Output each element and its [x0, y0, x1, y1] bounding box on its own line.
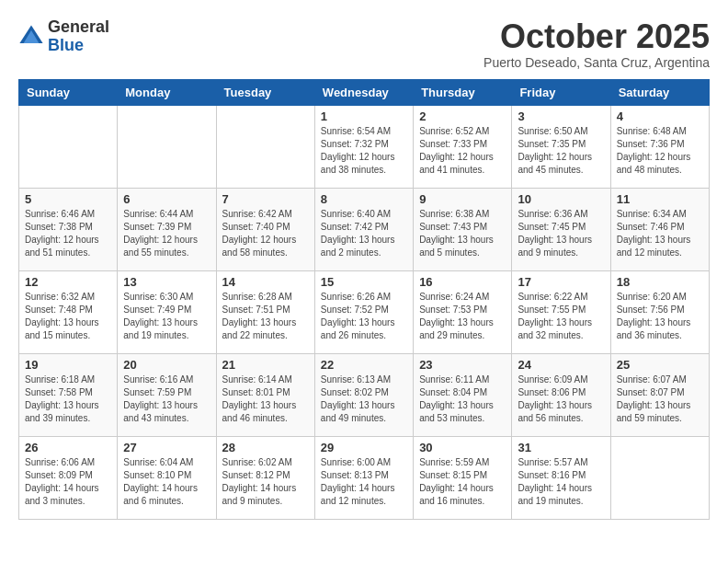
day-number: 15: [321, 275, 407, 289]
calendar-day-cell: 28Sunrise: 6:02 AM Sunset: 8:12 PM Dayli…: [216, 436, 314, 519]
day-number: 11: [617, 192, 703, 206]
day-info: Sunrise: 6:40 AM Sunset: 7:42 PM Dayligh…: [321, 208, 407, 259]
logo: General Blue: [18, 18, 109, 55]
day-info: Sunrise: 6:09 AM Sunset: 8:06 PM Dayligh…: [518, 373, 604, 425]
calendar-day-cell: 23Sunrise: 6:11 AM Sunset: 8:04 PM Dayli…: [414, 353, 512, 436]
day-info: Sunrise: 6:42 AM Sunset: 7:40 PM Dayligh…: [222, 208, 309, 259]
day-number: 9: [419, 192, 506, 206]
calendar-day-cell: 31Sunrise: 5:57 AM Sunset: 8:16 PM Dayli…: [512, 436, 610, 519]
calendar-day-cell: 14Sunrise: 6:28 AM Sunset: 7:51 PM Dayli…: [216, 270, 314, 353]
day-info: Sunrise: 6:02 AM Sunset: 8:12 PM Dayligh…: [222, 456, 309, 508]
day-number: 10: [518, 192, 604, 206]
calendar-day-cell: 15Sunrise: 6:26 AM Sunset: 7:52 PM Dayli…: [314, 270, 413, 353]
day-of-week-header: Sunday: [19, 79, 118, 105]
title-block: October 2025 Puerto Deseado, Santa Cruz,…: [483, 18, 710, 70]
calendar-day-cell: 29Sunrise: 6:00 AM Sunset: 8:13 PM Dayli…: [314, 436, 413, 519]
day-number: 7: [222, 192, 309, 206]
day-number: 23: [419, 358, 506, 372]
day-number: 22: [321, 358, 407, 372]
calendar-day-cell: 2Sunrise: 6:52 AM Sunset: 7:33 PM Daylig…: [414, 105, 512, 188]
calendar-day-cell: [216, 105, 314, 188]
day-number: 25: [617, 358, 703, 372]
calendar-day-cell: 12Sunrise: 6:32 AM Sunset: 7:48 PM Dayli…: [19, 270, 118, 353]
calendar-day-cell: 17Sunrise: 6:22 AM Sunset: 7:55 PM Dayli…: [512, 270, 610, 353]
day-number: 2: [419, 109, 506, 123]
calendar-day-cell: 10Sunrise: 6:36 AM Sunset: 7:45 PM Dayli…: [512, 188, 610, 270]
calendar-day-cell: 9Sunrise: 6:38 AM Sunset: 7:43 PM Daylig…: [414, 188, 512, 270]
calendar-day-cell: 16Sunrise: 6:24 AM Sunset: 7:53 PM Dayli…: [414, 270, 512, 353]
day-info: Sunrise: 6:34 AM Sunset: 7:46 PM Dayligh…: [617, 208, 703, 259]
day-info: Sunrise: 6:28 AM Sunset: 7:51 PM Dayligh…: [222, 291, 309, 342]
day-number: 1: [321, 109, 407, 123]
day-number: 18: [617, 275, 703, 289]
day-number: 13: [123, 275, 210, 289]
day-info: Sunrise: 6:14 AM Sunset: 8:01 PM Dayligh…: [222, 373, 309, 425]
calendar-day-cell: 3Sunrise: 6:50 AM Sunset: 7:35 PM Daylig…: [512, 105, 610, 188]
calendar-week-row: 26Sunrise: 6:06 AM Sunset: 8:09 PM Dayli…: [19, 436, 710, 519]
calendar-day-cell: 7Sunrise: 6:42 AM Sunset: 7:40 PM Daylig…: [216, 188, 314, 270]
day-number: 3: [518, 109, 604, 123]
day-info: Sunrise: 6:06 AM Sunset: 8:09 PM Dayligh…: [25, 456, 111, 508]
calendar-day-cell: 27Sunrise: 6:04 AM Sunset: 8:10 PM Dayli…: [118, 436, 216, 519]
day-info: Sunrise: 6:20 AM Sunset: 7:56 PM Dayligh…: [617, 291, 703, 342]
day-number: 16: [419, 275, 506, 289]
day-info: Sunrise: 6:46 AM Sunset: 7:38 PM Dayligh…: [25, 208, 111, 259]
day-info: Sunrise: 6:22 AM Sunset: 7:55 PM Dayligh…: [518, 291, 604, 342]
logo-text: General Blue: [48, 18, 109, 55]
calendar-day-cell: 22Sunrise: 6:13 AM Sunset: 8:02 PM Dayli…: [314, 353, 413, 436]
logo-blue: Blue: [48, 36, 84, 54]
day-number: 5: [25, 192, 111, 206]
day-number: 17: [518, 275, 604, 289]
day-info: Sunrise: 6:52 AM Sunset: 7:33 PM Dayligh…: [419, 125, 506, 177]
day-info: Sunrise: 6:44 AM Sunset: 7:39 PM Dayligh…: [123, 208, 210, 259]
month-title: October 2025: [483, 18, 710, 55]
day-of-week-header: Friday: [512, 79, 610, 105]
day-of-week-header: Monday: [118, 79, 216, 105]
day-info: Sunrise: 6:30 AM Sunset: 7:49 PM Dayligh…: [123, 291, 210, 342]
calendar-day-cell: [610, 436, 709, 519]
day-info: Sunrise: 6:04 AM Sunset: 8:10 PM Dayligh…: [123, 456, 210, 508]
day-info: Sunrise: 6:26 AM Sunset: 7:52 PM Dayligh…: [321, 291, 407, 342]
calendar-day-cell: 26Sunrise: 6:06 AM Sunset: 8:09 PM Dayli…: [19, 436, 118, 519]
day-info: Sunrise: 6:36 AM Sunset: 7:45 PM Dayligh…: [518, 208, 604, 259]
calendar-week-row: 12Sunrise: 6:32 AM Sunset: 7:48 PM Dayli…: [19, 270, 710, 353]
day-number: 29: [321, 441, 407, 454]
calendar-day-cell: 5Sunrise: 6:46 AM Sunset: 7:38 PM Daylig…: [19, 188, 118, 270]
calendar-day-cell: 21Sunrise: 6:14 AM Sunset: 8:01 PM Dayli…: [216, 353, 314, 436]
logo-icon: [18, 24, 44, 50]
calendar-day-cell: 18Sunrise: 6:20 AM Sunset: 7:56 PM Dayli…: [610, 270, 709, 353]
calendar-table: SundayMondayTuesdayWednesdayThursdayFrid…: [18, 79, 710, 520]
day-number: 6: [123, 192, 210, 206]
day-of-week-header: Wednesday: [314, 79, 413, 105]
day-info: Sunrise: 6:07 AM Sunset: 8:07 PM Dayligh…: [617, 373, 703, 425]
location-subtitle: Puerto Deseado, Santa Cruz, Argentina: [483, 55, 710, 70]
calendar-day-cell: 25Sunrise: 6:07 AM Sunset: 8:07 PM Dayli…: [610, 353, 709, 436]
day-info: Sunrise: 6:38 AM Sunset: 7:43 PM Dayligh…: [419, 208, 506, 259]
day-number: 19: [25, 358, 111, 372]
calendar-day-cell: 8Sunrise: 6:40 AM Sunset: 7:42 PM Daylig…: [314, 188, 413, 270]
calendar-week-row: 1Sunrise: 6:54 AM Sunset: 7:32 PM Daylig…: [19, 105, 710, 188]
day-number: 8: [321, 192, 407, 206]
calendar-day-cell: 1Sunrise: 6:54 AM Sunset: 7:32 PM Daylig…: [314, 105, 413, 188]
day-number: 27: [123, 441, 210, 454]
day-number: 26: [25, 441, 111, 454]
day-info: Sunrise: 5:59 AM Sunset: 8:15 PM Dayligh…: [419, 456, 506, 508]
calendar-day-cell: 6Sunrise: 6:44 AM Sunset: 7:39 PM Daylig…: [118, 188, 216, 270]
day-number: 24: [518, 358, 604, 372]
day-number: 30: [419, 441, 506, 454]
day-info: Sunrise: 6:18 AM Sunset: 7:58 PM Dayligh…: [25, 373, 111, 425]
calendar-day-cell: [19, 105, 118, 188]
day-info: Sunrise: 6:32 AM Sunset: 7:48 PM Dayligh…: [25, 291, 111, 342]
day-info: Sunrise: 6:50 AM Sunset: 7:35 PM Dayligh…: [518, 125, 604, 177]
calendar-day-cell: 13Sunrise: 6:30 AM Sunset: 7:49 PM Dayli…: [118, 270, 216, 353]
calendar-day-cell: 24Sunrise: 6:09 AM Sunset: 8:06 PM Dayli…: [512, 353, 610, 436]
day-info: Sunrise: 5:57 AM Sunset: 8:16 PM Dayligh…: [518, 456, 604, 508]
day-info: Sunrise: 6:54 AM Sunset: 7:32 PM Dayligh…: [321, 125, 407, 177]
day-of-week-header: Saturday: [610, 79, 709, 105]
day-info: Sunrise: 6:16 AM Sunset: 7:59 PM Dayligh…: [123, 373, 210, 425]
calendar-day-cell: 4Sunrise: 6:48 AM Sunset: 7:36 PM Daylig…: [610, 105, 709, 188]
day-number: 4: [617, 109, 703, 123]
logo-general: General: [48, 17, 109, 36]
calendar-day-cell: 30Sunrise: 5:59 AM Sunset: 8:15 PM Dayli…: [414, 436, 512, 519]
day-info: Sunrise: 6:13 AM Sunset: 8:02 PM Dayligh…: [321, 373, 407, 425]
